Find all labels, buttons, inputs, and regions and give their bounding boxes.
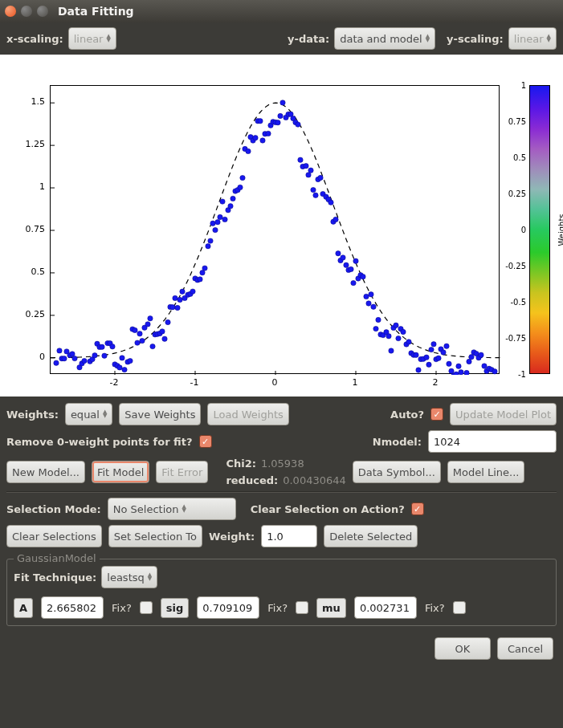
svg-point-126 bbox=[341, 255, 345, 260]
svg-point-100 bbox=[275, 120, 280, 125]
fit-technique-select[interactable]: leastsq ▲▼ bbox=[101, 566, 157, 588]
svg-point-160 bbox=[426, 362, 431, 367]
new-model-button[interactable]: New Model... bbox=[6, 461, 85, 483]
svg-point-117 bbox=[318, 175, 323, 180]
svg-point-56 bbox=[165, 319, 170, 324]
svg-point-186 bbox=[492, 369, 497, 374]
clear-on-action-checkbox[interactable]: ✓ bbox=[411, 502, 424, 515]
xscaling-label: x-scaling: bbox=[6, 33, 63, 45]
svg-point-71 bbox=[202, 266, 207, 270]
svg-point-66 bbox=[190, 289, 195, 294]
colorbar-label: Weights bbox=[557, 214, 564, 246]
param-mu-input[interactable] bbox=[354, 596, 417, 619]
param-sig-input[interactable] bbox=[197, 596, 259, 619]
svg-point-155 bbox=[414, 352, 418, 357]
model-line-button[interactable]: Model Line... bbox=[447, 461, 525, 483]
svg-point-39 bbox=[122, 367, 127, 372]
svg-point-49 bbox=[148, 316, 153, 321]
data-symbol-button[interactable]: Data Symbol... bbox=[353, 461, 441, 483]
update-model-plot-button[interactable]: Update Model Plot bbox=[450, 403, 557, 425]
svg-point-171 bbox=[454, 372, 459, 375]
delete-selected-button[interactable]: Delete Selected bbox=[324, 525, 418, 547]
svg-point-88 bbox=[246, 148, 251, 153]
svg-point-23 bbox=[82, 358, 87, 363]
chevron-updown-icon: ▲▼ bbox=[103, 410, 107, 418]
svg-point-38 bbox=[120, 356, 124, 360]
svg-point-129 bbox=[349, 266, 353, 271]
svg-point-139 bbox=[373, 326, 378, 331]
nmodel-input[interactable] bbox=[428, 430, 557, 453]
fix-sig-label: Fix? bbox=[267, 602, 288, 614]
top-controls: x-scaling: linear ▲▼ y-data: data and mo… bbox=[0, 22, 563, 55]
svg-point-85 bbox=[238, 185, 243, 189]
svg-point-41 bbox=[128, 358, 133, 363]
weights-label: Weights: bbox=[6, 409, 59, 421]
weights-select[interactable]: equal ▲▼ bbox=[65, 403, 112, 425]
svg-point-91 bbox=[253, 136, 258, 140]
remove-zero-checkbox[interactable]: ✓ bbox=[199, 435, 212, 448]
svg-point-74 bbox=[210, 221, 215, 226]
chevron-updown-icon: ▲▼ bbox=[182, 505, 186, 513]
colorbar bbox=[529, 85, 550, 374]
save-weights-button[interactable]: Save Weights bbox=[119, 403, 201, 425]
svg-point-19 bbox=[72, 356, 77, 360]
svg-point-44 bbox=[135, 340, 140, 345]
svg-point-159 bbox=[424, 355, 429, 360]
svg-point-169 bbox=[449, 368, 454, 373]
load-weights-button[interactable]: Load Weights bbox=[207, 403, 288, 425]
svg-point-60 bbox=[175, 305, 180, 310]
svg-point-55 bbox=[162, 336, 167, 341]
fix-A-checkbox[interactable]: ✓ bbox=[140, 601, 153, 614]
xscaling-select[interactable]: linear ▲▼ bbox=[68, 27, 116, 50]
title-bar: Data Fitting bbox=[0, 0, 563, 22]
svg-point-113 bbox=[308, 168, 313, 173]
yscaling-select[interactable]: linear ▲▼ bbox=[508, 27, 557, 50]
chevron-updown-icon: ▲▼ bbox=[106, 35, 110, 43]
fix-sig-checkbox[interactable]: ✓ bbox=[296, 601, 308, 614]
svg-point-156 bbox=[416, 368, 421, 372]
svg-point-43 bbox=[133, 327, 137, 332]
param-sig-label: sig bbox=[161, 598, 190, 618]
clear-on-action-label: Clear Selection on Action? bbox=[251, 503, 405, 515]
svg-point-182 bbox=[482, 364, 487, 368]
ok-button[interactable]: OK bbox=[434, 637, 491, 660]
svg-point-69 bbox=[198, 277, 202, 282]
close-icon[interactable] bbox=[5, 6, 16, 17]
svg-point-134 bbox=[361, 275, 365, 279]
auto-checkbox[interactable]: ✓ bbox=[430, 408, 443, 421]
selection-weight-input[interactable] bbox=[261, 525, 317, 547]
svg-point-75 bbox=[213, 227, 218, 232]
fit-technique-label: Fit Technique: bbox=[14, 571, 96, 584]
chevron-updown-icon: ▲▼ bbox=[547, 35, 551, 43]
yscaling-value: linear bbox=[514, 33, 544, 45]
param-A-input[interactable] bbox=[41, 596, 104, 619]
svg-point-112 bbox=[306, 173, 311, 177]
svg-point-177 bbox=[469, 355, 474, 360]
fit-model-button[interactable]: Fit Model bbox=[92, 461, 149, 483]
svg-point-172 bbox=[456, 364, 461, 368]
svg-point-101 bbox=[278, 113, 283, 118]
ydata-select[interactable]: data and model ▲▼ bbox=[334, 27, 435, 50]
svg-point-108 bbox=[296, 122, 300, 127]
cancel-button[interactable]: Cancel bbox=[497, 637, 553, 660]
minimize-icon[interactable] bbox=[21, 6, 32, 17]
param-A-label: A bbox=[14, 598, 33, 618]
svg-point-31 bbox=[102, 353, 107, 358]
svg-point-131 bbox=[353, 258, 358, 263]
reduced-value: 0.00430644 bbox=[283, 474, 346, 486]
weights-value: equal bbox=[71, 409, 100, 421]
plot-axes bbox=[50, 85, 500, 374]
fix-mu-checkbox[interactable]: ✓ bbox=[453, 601, 466, 614]
svg-point-140 bbox=[376, 317, 381, 322]
selection-mode-select[interactable]: No Selection ▲▼ bbox=[108, 498, 236, 520]
svg-point-124 bbox=[336, 251, 341, 256]
set-selection-to-button[interactable]: Set Selection To bbox=[108, 525, 202, 547]
fit-error-button[interactable]: Fit Error bbox=[156, 461, 208, 483]
chi2-label: Chi2: bbox=[226, 458, 256, 470]
svg-point-135 bbox=[364, 294, 369, 299]
svg-point-176 bbox=[467, 359, 471, 364]
svg-point-86 bbox=[240, 175, 245, 180]
clear-selections-button[interactable]: Clear Selections bbox=[6, 525, 102, 547]
maximize-icon[interactable] bbox=[37, 6, 48, 17]
svg-point-167 bbox=[444, 344, 449, 348]
